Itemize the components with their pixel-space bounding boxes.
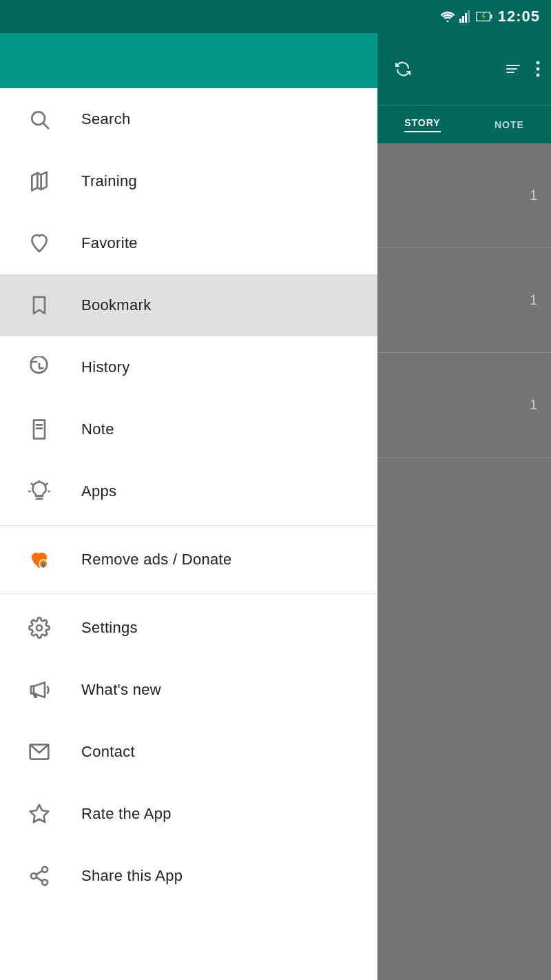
- contact-label: Contact: [81, 743, 135, 761]
- training-icon: [22, 170, 56, 192]
- svg-rect-2: [462, 16, 464, 23]
- rate-label: Rate the App: [81, 805, 171, 823]
- svg-point-0: [446, 21, 448, 23]
- divider-1: [0, 525, 377, 526]
- donate-icon: $: [22, 549, 56, 571]
- search-icon: [22, 108, 56, 130]
- favorite-icon: [22, 232, 56, 254]
- right-panel: STORY NOTE 1 1 1: [377, 33, 551, 980]
- rate-icon: [22, 803, 56, 825]
- sidebar-item-contact[interactable]: Contact: [0, 721, 377, 783]
- bookmark-label: Bookmark: [81, 296, 151, 314]
- navigation-drawer: Search Training Favorite: [0, 33, 377, 980]
- history-label: History: [81, 358, 130, 376]
- settings-label: Settings: [81, 619, 138, 637]
- whatsnew-label: What's new: [81, 681, 161, 699]
- svg-line-25: [45, 484, 47, 485]
- svg-line-24: [32, 484, 33, 485]
- apps-icon: [22, 480, 56, 502]
- sidebar-item-share[interactable]: Share this App: [0, 845, 377, 907]
- divider-2: [0, 593, 377, 594]
- number-row-3: 1: [377, 353, 551, 458]
- number-2: 1: [530, 292, 537, 308]
- sidebar-item-donate[interactable]: $ Remove ads / Donate: [0, 529, 377, 591]
- donate-label: Remove ads / Donate: [81, 551, 231, 569]
- svg-point-11: [537, 68, 540, 71]
- settings-icon: [22, 617, 56, 639]
- svg-rect-1: [459, 19, 461, 23]
- svg-line-35: [36, 877, 42, 881]
- tab-note[interactable]: NOTE: [495, 119, 524, 130]
- search-label: Search: [81, 110, 131, 128]
- svg-rect-3: [465, 13, 467, 23]
- tab-story[interactable]: STORY: [404, 117, 440, 132]
- sidebar-item-rate[interactable]: Rate the App: [0, 783, 377, 845]
- refresh-icon[interactable]: [394, 60, 412, 78]
- sidebar-item-bookmark[interactable]: Bookmark: [0, 274, 377, 336]
- note-label: Note: [81, 420, 114, 438]
- whatsnew-icon: [22, 679, 56, 701]
- status-time: 12:05: [498, 8, 540, 25]
- sidebar-item-apps[interactable]: Apps: [0, 460, 377, 522]
- share-label: Share this App: [81, 867, 183, 885]
- apps-label: Apps: [81, 482, 116, 500]
- svg-rect-4: [468, 10, 470, 23]
- drawer-top-strip: [0, 33, 377, 88]
- sidebar-item-whatsnew[interactable]: What's new: [0, 659, 377, 721]
- more-icon[interactable]: [536, 60, 540, 78]
- number-3: 1: [530, 397, 537, 413]
- svg-rect-6: [490, 14, 492, 19]
- sidebar-item-note[interactable]: Note: [0, 398, 377, 460]
- svg-point-10: [537, 61, 540, 65]
- menu-list: Search Training Favorite: [0, 88, 377, 980]
- contact-icon: [22, 741, 56, 763]
- number-row-2: 1: [377, 248, 551, 353]
- battery-icon: [476, 12, 492, 21]
- number-row-1: 1: [377, 143, 551, 248]
- right-panel-icons: [388, 60, 412, 78]
- signal-icon: [459, 10, 472, 23]
- svg-point-28: [37, 625, 42, 631]
- bookmark-icon: [22, 294, 56, 316]
- sidebar-item-search[interactable]: Search: [0, 88, 377, 150]
- sidebar-item-settings[interactable]: Settings: [0, 597, 377, 659]
- note-icon: [22, 418, 56, 440]
- sidebar-item-favorite[interactable]: Favorite: [0, 212, 377, 274]
- number-1: 1: [530, 187, 537, 203]
- svg-text:$: $: [42, 562, 45, 568]
- sort-icon[interactable]: [504, 60, 522, 78]
- history-icon: [22, 356, 56, 378]
- sidebar-item-training[interactable]: Training: [0, 150, 377, 212]
- svg-line-36: [36, 871, 42, 875]
- training-label: Training: [81, 172, 137, 190]
- svg-point-12: [537, 74, 540, 77]
- wifi-icon: [440, 11, 455, 22]
- sidebar-item-history[interactable]: History: [0, 336, 377, 398]
- svg-marker-31: [30, 805, 49, 822]
- svg-line-14: [43, 123, 48, 128]
- share-icon: [22, 865, 56, 887]
- favorite-label: Favorite: [81, 234, 138, 252]
- status-icons: [440, 10, 492, 23]
- status-bar: 12:05: [0, 0, 551, 33]
